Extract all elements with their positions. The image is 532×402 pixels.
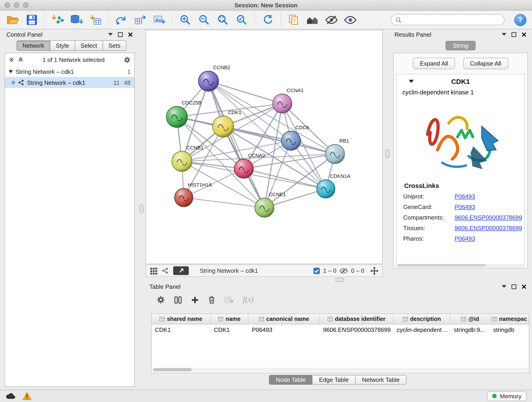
search-box[interactable] [391,14,505,25]
zoom-fit-icon[interactable] [215,12,230,27]
import-table-icon[interactable] [88,12,103,27]
import-network-database-icon[interactable] [69,12,84,27]
zoom-in-icon[interactable] [178,12,192,27]
show-all-icon[interactable] [343,12,357,27]
tab-network-table[interactable]: Network Table [355,375,406,385]
column-header-namespace[interactable]: namespac [490,314,529,324]
first-neighbors-icon[interactable] [305,12,320,27]
table-settings-gear-icon[interactable] [157,296,165,304]
network-edge-CCNB2-CCNA1[interactable] [209,81,282,104]
table-row[interactable]: CDK1 CDK1 P06493 9606.ENSP00000378699 cy… [152,325,529,335]
panel-menu-icon[interactable] [502,285,506,288]
network-node-CDK1[interactable]: CDK1 [213,109,241,137]
table-horizontal-scrollbar[interactable] [152,368,528,372]
crosslink-genecard-link[interactable]: P06493 [455,204,522,211]
crosslink-uniprot-link[interactable]: P06493 [455,193,522,200]
tab-sets[interactable]: Sets [102,40,126,51]
float-panel-icon[interactable] [511,284,516,289]
results-scrollbar[interactable] [397,264,524,266]
show-columns-icon[interactable] [174,296,182,304]
expand-all-button[interactable]: Expand All [413,58,455,69]
crosslink-compartments-link[interactable]: 9606.ENSP00000378699 [455,214,522,221]
float-panel-icon[interactable] [511,32,516,37]
close-window-button[interactable] [5,2,10,8]
network-node-CDC25B[interactable]: CDC25B [166,100,202,128]
export-image-icon[interactable] [152,12,166,27]
help-button[interactable]: ? [514,13,526,26]
network-node-HIST1H1A[interactable]: HIST1H1A [175,182,212,207]
close-panel-icon[interactable] [521,32,526,37]
zoom-out-icon[interactable] [196,12,211,27]
network-node-CCNB2[interactable]: CCNB2 [198,65,230,91]
panel-menu-icon[interactable] [502,33,506,36]
crosslink-pharos-link[interactable]: P06493 [455,235,522,242]
hidden-eye-icon[interactable] [340,268,348,274]
cell-shared-name[interactable]: CDK1 [152,326,210,333]
expand-triangle-icon[interactable] [9,70,13,74]
panel-menu-icon[interactable] [108,33,113,36]
minimize-window-button[interactable] [14,2,19,8]
collapse-all-icon[interactable] [9,57,14,62]
delete-column-trash-icon[interactable] [208,296,215,304]
memory-button[interactable]: Memory [487,391,526,401]
expand-all-icon[interactable] [18,57,23,62]
import-network-file-icon[interactable] [51,12,65,27]
network-node-CCNA1[interactable]: CCNA1 [273,88,304,113]
warning-icon[interactable] [22,392,32,400]
left-splitter-handle[interactable] [139,204,143,213]
open-session-icon[interactable] [6,12,20,27]
close-panel-icon[interactable] [128,32,133,37]
cell-description[interactable]: cyclin-dependent ... [393,326,450,333]
add-column-icon[interactable] [191,296,199,304]
collapse-card-icon[interactable] [409,80,414,83]
results-scrollbar-thumb[interactable] [397,264,486,266]
pan-crosshair-icon[interactable] [370,267,379,275]
column-header-id[interactable]: @id [451,314,490,324]
zoom-selected-icon[interactable] [234,12,249,27]
table-scrollbar-thumb[interactable] [153,368,191,371]
column-header-shared-name[interactable]: shared name [152,314,210,324]
network-collection-row[interactable]: String Network – cdk1 1 [5,66,134,77]
tab-edge-table[interactable]: Edge Table [312,375,356,385]
share-network-icon[interactable] [162,267,169,274]
cloud-icon[interactable] [6,393,15,399]
cell-name[interactable]: CDK1 [210,326,249,333]
network-canvas[interactable]: CCNB2CCNA1CDC25BCDK1CDC6RB1CCNB1CCNA2CDK… [146,30,383,264]
selected-checkbox-icon[interactable] [313,268,320,274]
tab-string[interactable]: String [445,41,476,51]
network-edge-HIST1H1A-CCNE1[interactable] [184,198,264,208]
column-header-description[interactable]: description [393,314,450,324]
tab-select[interactable]: Select [75,40,103,51]
network-node-CDKN1A[interactable]: CDKN1A [317,173,351,198]
new-network-icon[interactable] [114,12,129,27]
tab-style[interactable]: Style [50,40,75,51]
close-panel-icon[interactable] [521,284,526,289]
export-table-icon[interactable] [133,12,147,27]
network-node-RB1[interactable]: RB1 [325,138,349,164]
right-splitter-handle[interactable] [385,149,389,158]
float-panel-icon[interactable] [118,32,123,37]
collapse-all-button[interactable]: Collapse All [463,58,508,69]
cell-database-identifier[interactable]: 9606.ENSP00000378699 [320,326,393,333]
network-edge-CCNB2-CCNE1[interactable] [209,81,264,208]
birdseye-grid-icon[interactable] [150,267,157,274]
apply-layout-icon[interactable] [260,12,275,27]
network-edge-CDK1-RB1[interactable] [223,127,335,154]
network-row[interactable]: String Network – cdk1 11 48 [5,77,134,88]
cell-id[interactable]: stringdb:9... [451,326,490,333]
gear-icon[interactable] [124,56,131,63]
column-header-canonical-name[interactable]: canonical name [249,314,320,324]
save-session-icon[interactable] [24,12,39,27]
cell-namespace[interactable]: stringdb [490,326,529,333]
search-input[interactable] [404,16,500,24]
crosslink-tissues-link[interactable]: 9606.ENSP00000378699 [455,225,522,231]
hide-selected-icon[interactable] [324,12,339,27]
tab-node-table[interactable]: Node Table [269,375,312,385]
column-header-database-identifier[interactable]: database identifier [320,314,393,324]
column-header-name[interactable]: name [210,314,249,324]
open-in-new-window-button[interactable] [173,266,189,275]
cell-canonical-name[interactable]: P06493 [249,326,320,333]
copy-document-icon[interactable] [286,12,301,27]
tab-network[interactable]: Network [17,40,50,51]
zoom-window-button[interactable] [23,2,28,8]
